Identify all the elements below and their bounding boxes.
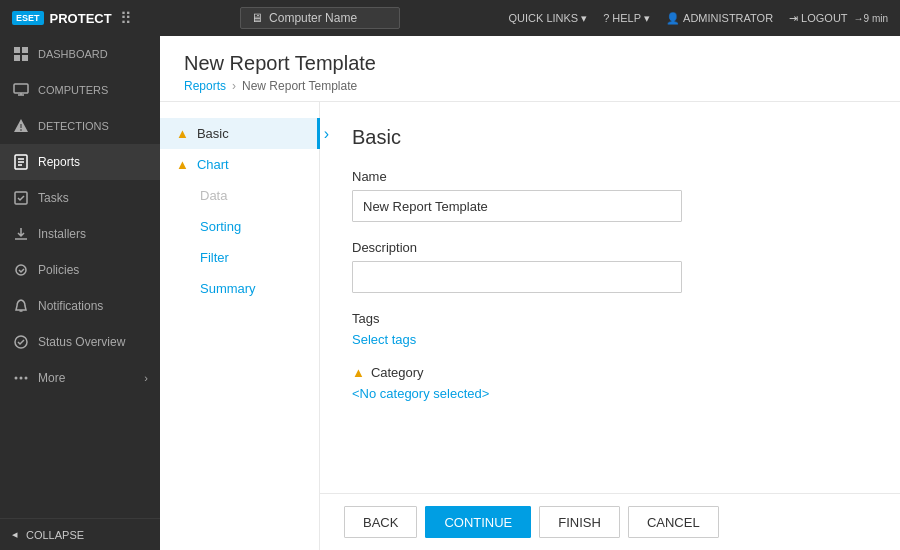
alert-icon <box>12 117 30 135</box>
svg-point-19 <box>20 377 23 380</box>
category-group: ▲ Category <No category selected> <box>352 365 868 401</box>
user-icon: 👤 <box>666 12 680 25</box>
svg-rect-1 <box>22 47 28 53</box>
help-icon: ? <box>603 12 609 24</box>
tasks-icon <box>12 189 30 207</box>
sidebar: DASHBOARD COMPUTERS DETECTIONS Reports T <box>0 36 160 550</box>
sidebar-item-label: COMPUTERS <box>38 84 108 96</box>
category-label: Category <box>371 365 424 380</box>
cancel-button[interactable]: CANCEL <box>628 506 719 538</box>
name-input[interactable] <box>352 190 682 222</box>
sidebar-item-label: Reports <box>38 155 80 169</box>
logout-button[interactable]: ⇥ LOGOUT →9 min <box>789 12 888 25</box>
sidebar-item-label: Policies <box>38 263 79 277</box>
content-area: New Report Template Reports › New Report… <box>160 36 900 550</box>
computer-name-box[interactable]: 🖥 Computer Name <box>240 7 400 29</box>
topbar: ESET PROTECT ⠿ 🖥 Computer Name QUICK LIN… <box>0 0 900 36</box>
step-filter[interactable]: Filter <box>160 242 319 273</box>
svg-rect-7 <box>21 124 22 128</box>
sidebar-item-label: Status Overview <box>38 335 125 349</box>
logo-text: PROTECT <box>50 11 112 26</box>
sidebar-item-policies[interactable]: Policies <box>0 252 160 288</box>
sidebar-collapse-button[interactable]: ◂ COLLAPSE <box>0 518 160 550</box>
sidebar-item-detections[interactable]: DETECTIONS <box>0 108 160 144</box>
sidebar-item-more[interactable]: More › <box>0 360 160 396</box>
svg-point-18 <box>15 377 18 380</box>
tags-label: Tags <box>352 311 868 326</box>
reports-icon <box>12 153 30 171</box>
sidebar-item-label: Installers <box>38 227 86 241</box>
sidebar-item-label: DASHBOARD <box>38 48 108 60</box>
breadcrumb-separator: › <box>232 79 236 93</box>
description-group: Description <box>352 240 868 293</box>
status-icon <box>12 333 30 351</box>
help-button[interactable]: ? HELP ▾ <box>603 12 650 25</box>
step-warning-icon: ▲ <box>176 126 189 141</box>
grid-icon <box>12 45 30 63</box>
category-header: ▲ Category <box>352 365 868 380</box>
name-group: Name <box>352 169 868 222</box>
page-header: New Report Template Reports › New Report… <box>160 36 900 102</box>
sidebar-item-status-overview[interactable]: Status Overview <box>0 324 160 360</box>
svg-rect-3 <box>22 55 28 61</box>
step-label: Basic <box>197 126 229 141</box>
category-select-link[interactable]: <No category selected> <box>352 386 489 401</box>
collapse-label: COLLAPSE <box>26 529 84 541</box>
back-button[interactable]: BACK <box>344 506 417 538</box>
logo: ESET PROTECT <box>12 11 112 26</box>
sidebar-item-installers[interactable]: Installers <box>0 216 160 252</box>
collapse-icon: ◂ <box>12 528 18 541</box>
step-summary[interactable]: Summary <box>160 273 319 304</box>
quick-links-button[interactable]: QUICK LINKS ▾ <box>508 12 587 25</box>
logout-icon: ⇥ <box>789 12 798 25</box>
form-footer: BACK CONTINUE FINISH CANCEL <box>320 493 900 550</box>
form-wrapper: Basic Name Description Tags Select tags <box>320 102 900 550</box>
topbar-right: QUICK LINKS ▾ ? HELP ▾ 👤 ADMINISTRATOR ⇥… <box>508 12 888 25</box>
more-icon <box>12 369 30 387</box>
form-section-title: Basic <box>352 126 868 149</box>
main-layout: DASHBOARD COMPUTERS DETECTIONS Reports T <box>0 36 900 550</box>
sidebar-item-dashboard[interactable]: DASHBOARD <box>0 36 160 72</box>
sidebar-item-label: More <box>38 371 65 385</box>
step-label: Chart <box>197 157 229 172</box>
logo-badge: ESET <box>12 11 44 25</box>
step-basic[interactable]: ▲ Basic › <box>160 118 319 149</box>
more-chevron-icon: › <box>144 372 148 384</box>
sidebar-item-tasks[interactable]: Tasks <box>0 180 160 216</box>
sidebar-item-computers[interactable]: COMPUTERS <box>0 72 160 108</box>
sidebar-item-label: Notifications <box>38 299 103 313</box>
svg-rect-2 <box>14 55 20 61</box>
step-chart[interactable]: ▲ Chart <box>160 149 319 180</box>
sidebar-item-label: Tasks <box>38 191 69 205</box>
sidebar-item-notifications[interactable]: Notifications <box>0 288 160 324</box>
step-arrow-icon: › <box>324 125 329 143</box>
policies-icon <box>12 261 30 279</box>
name-label: Name <box>352 169 868 184</box>
category-warning-icon: ▲ <box>352 365 365 380</box>
description-input[interactable] <box>352 261 682 293</box>
breadcrumb-root[interactable]: Reports <box>184 79 226 93</box>
svg-rect-4 <box>14 84 28 93</box>
grid-icon[interactable]: ⠿ <box>120 9 132 28</box>
select-tags-link[interactable]: Select tags <box>352 332 416 347</box>
finish-button[interactable]: FINISH <box>539 506 620 538</box>
sidebar-item-label: DETECTIONS <box>38 120 109 132</box>
step-sorting[interactable]: Sorting <box>160 211 319 242</box>
page-title: New Report Template <box>184 52 876 75</box>
sidebar-item-reports[interactable]: Reports <box>0 144 160 180</box>
administrator-button[interactable]: 👤 ADMINISTRATOR <box>666 12 773 25</box>
monitor-icon: 🖥 <box>251 11 263 25</box>
content-body: ▲ Basic › ▲ Chart Data Sorting <box>160 102 900 550</box>
svg-point-20 <box>25 377 28 380</box>
step-label: Data <box>200 188 227 203</box>
computer-name-label: Computer Name <box>269 11 357 25</box>
steps-panel: ▲ Basic › ▲ Chart Data Sorting <box>160 102 320 550</box>
step-label: Filter <box>200 250 229 265</box>
continue-button[interactable]: CONTINUE <box>425 506 531 538</box>
breadcrumb-current: New Report Template <box>242 79 357 93</box>
form-area: Basic Name Description Tags Select tags <box>320 102 900 493</box>
installers-icon <box>12 225 30 243</box>
svg-rect-0 <box>14 47 20 53</box>
svg-point-8 <box>20 129 22 131</box>
monitor-icon <box>12 81 30 99</box>
